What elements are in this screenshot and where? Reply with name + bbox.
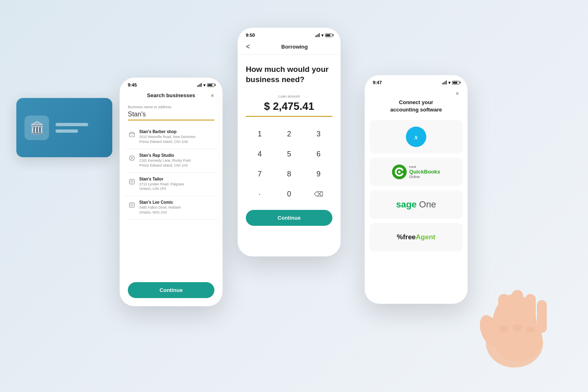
time-display-2: 9:50: [246, 33, 255, 38]
status-bar-3: 9:47 ▾: [365, 75, 468, 87]
business-addr-4: 3480 Fallon Drive, HolsteinOntario, N0G …: [139, 205, 181, 215]
phone-header-2: < Borrowing: [238, 39, 341, 55]
continue-button-1[interactable]: Continue: [128, 282, 214, 298]
time-display-3: 9:47: [373, 80, 382, 85]
status-bar-2: 9:50 ▾: [238, 28, 341, 39]
svg-point-20: [499, 325, 509, 332]
card-line-1: [56, 123, 88, 126]
business-icon-3: [128, 178, 136, 186]
svg-rect-1: [131, 135, 133, 137]
status-icons-1: ▾: [197, 83, 214, 87]
signal-icon-2: [315, 33, 320, 37]
phone-footer-1: Continue: [120, 277, 223, 306]
key-9[interactable]: 9: [305, 165, 332, 183]
acct-title: Connect youraccounting software: [365, 99, 468, 120]
screen-title-1: Search businesses: [147, 92, 195, 98]
business-list: Stan's Barber shop 2510 Westville Road, …: [120, 125, 223, 277]
loan-amount-value: $ 2,475.41: [246, 100, 332, 117]
key-7[interactable]: 7: [246, 165, 274, 183]
status-icons-2: ▾: [315, 33, 332, 38]
business-name-3: Stan's Tailor: [139, 177, 184, 181]
signal-icon: [197, 83, 202, 87]
svg-text:x: x: [414, 134, 418, 140]
business-name-1: Stan's Barber shop: [139, 129, 196, 134]
business-name-4: Stan's Lee Comic: [139, 200, 181, 205]
key-decimal[interactable]: ·: [246, 185, 274, 203]
key-6[interactable]: 6: [305, 145, 332, 163]
business-addr-2: 2181 Kennedy Lane, Rocky PointPrince Edw…: [139, 158, 191, 168]
key-2[interactable]: 2: [275, 125, 303, 143]
search-section: Business name or address Stan's: [120, 102, 223, 125]
numpad: 1 2 3 4 5 6 7 8 9 · 0 ⌫: [246, 125, 332, 203]
search-input[interactable]: Stan's: [128, 111, 214, 120]
loan-body: How much would your business need? Loan …: [238, 55, 341, 256]
business-item-1[interactable]: Stan's Barber shop 2510 Westville Road, …: [125, 125, 218, 149]
business-item-3[interactable]: Stan's Tailor 3710 Lynden Road, Palgrave…: [125, 173, 218, 196]
signal-icon-3: [442, 80, 447, 85]
loan-amount-label: Loan amount: [246, 94, 332, 98]
quickbooks-card[interactable]: intuit QuickBooks Online: [370, 158, 463, 186]
sage-card[interactable]: sage One: [370, 190, 463, 219]
svg-point-21: [512, 324, 522, 331]
key-8[interactable]: 8: [275, 165, 303, 183]
business-icon-1: [128, 130, 136, 138]
business-name-2: Stan's Rap Studio: [139, 153, 191, 158]
business-icon-4: [128, 201, 136, 209]
business-addr-1: 2510 Westville Road, New DominionPrince …: [139, 135, 196, 145]
key-delete[interactable]: ⌫: [305, 185, 332, 203]
search-label: Business name or address: [128, 105, 214, 109]
phone-search-businesses: 9:45 ▾ Search businesses × Business n: [120, 78, 223, 306]
card-lines: [56, 123, 88, 133]
sage-logo: sage One: [396, 199, 436, 210]
svg-rect-11: [402, 170, 404, 174]
freeagent-logo: %freeAgent: [397, 233, 435, 241]
xero-logo: x: [406, 127, 426, 147]
bank-icon: 🏛️: [24, 116, 49, 140]
wifi-icon-2: ▾: [321, 33, 323, 38]
delete-icon: ⌫: [314, 190, 323, 198]
battery-icon-2: [325, 33, 332, 37]
decorative-bank-card: 🏛️: [16, 98, 112, 157]
key-0[interactable]: 0: [275, 185, 303, 203]
battery-icon: [207, 83, 214, 87]
close-button-1[interactable]: ×: [209, 92, 216, 99]
key-3[interactable]: 3: [305, 125, 332, 143]
phone-header-1: Search businesses ×: [120, 89, 223, 102]
business-item-4[interactable]: Stan's Lee Comic 3480 Fallon Drive, Hols…: [125, 196, 218, 220]
business-addr-3: 3710 Lynden Road, PalgraveOntario, L0N 1…: [139, 182, 184, 192]
status-icons-3: ▾: [442, 80, 459, 85]
freeagent-card[interactable]: %freeAgent: [370, 223, 463, 252]
card-line-2: [56, 129, 78, 133]
time-display-1: 9:45: [128, 82, 137, 87]
wifi-icon: ▾: [203, 83, 205, 87]
key-5[interactable]: 5: [275, 145, 303, 163]
battery-icon-3: [452, 81, 459, 85]
xero-card[interactable]: x: [370, 120, 463, 154]
acct-header: ×: [365, 87, 468, 99]
svg-point-10: [398, 171, 401, 173]
business-item-2[interactable]: Stan's Rap Studio 2181 Kennedy Lane, Roc…: [125, 149, 218, 173]
business-icon-2: [128, 154, 136, 162]
close-button-3[interactable]: ×: [454, 90, 461, 97]
svg-point-22: [526, 326, 535, 333]
wifi-icon-3: ▾: [448, 80, 450, 85]
svg-point-19: [493, 316, 542, 361]
hand-graphic: [474, 261, 555, 368]
quickbooks-logo: intuit QuickBooks Online: [392, 165, 440, 179]
phone-accounting: 9:47 ▾ × Connect youraccounting software: [365, 75, 468, 304]
back-button[interactable]: <: [244, 42, 252, 51]
loan-question: How much would your business need?: [246, 65, 332, 85]
key-1[interactable]: 1: [246, 125, 274, 143]
key-4[interactable]: 4: [246, 145, 274, 163]
svg-point-2: [129, 156, 134, 160]
status-bar-1: 9:45 ▾: [120, 78, 223, 89]
phone-borrowing: 9:50 ▾ < Borrowing How much would you: [238, 28, 341, 256]
software-list: x intuit QuickBooks: [365, 120, 468, 304]
screen-title-2: Borrowing: [255, 44, 334, 50]
continue-button-2[interactable]: Continue: [246, 210, 332, 226]
